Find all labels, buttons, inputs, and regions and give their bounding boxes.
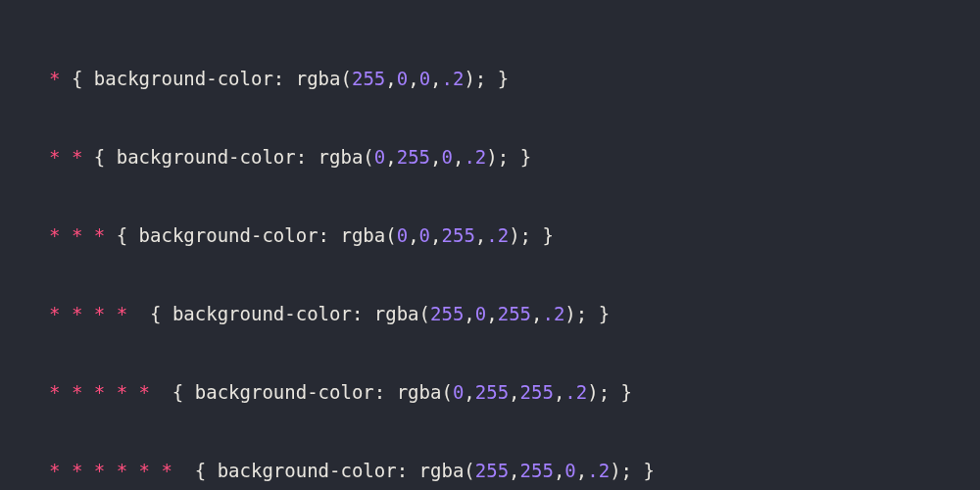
- num-b: 255: [498, 303, 531, 324]
- pad: [105, 224, 116, 246]
- comma: ,: [486, 303, 497, 324]
- comma: ,: [554, 460, 564, 481]
- property: background-color:: [195, 381, 385, 403]
- num-g: 0: [419, 224, 430, 246]
- pad: [150, 381, 172, 403]
- brace-close: }: [621, 381, 632, 403]
- num-r: 255: [352, 68, 385, 89]
- comma: ,: [408, 68, 418, 89]
- css-code-block: * { background-color: rgba(255,0,0,.2); …: [0, 0, 980, 490]
- num-r: 255: [475, 460, 509, 481]
- property: background-color:: [117, 146, 307, 168]
- comma: ,: [430, 224, 441, 246]
- func-close: );: [587, 381, 610, 403]
- num-r: 255: [430, 303, 464, 324]
- code-line: * { background-color: rgba(255,0,0,.2); …: [49, 59, 931, 98]
- comma: ,: [464, 381, 474, 403]
- func-open: rgba(: [296, 68, 352, 89]
- num-b: 255: [520, 381, 554, 403]
- property: background-color:: [218, 460, 408, 481]
- func-close: );: [509, 224, 531, 246]
- func-open: rgba(: [340, 224, 396, 246]
- num-b: 0: [419, 68, 430, 89]
- num-g: 0: [475, 303, 486, 324]
- num-a: .2: [442, 68, 465, 89]
- selector: * * * * *: [49, 381, 150, 403]
- brace-open: {: [117, 224, 127, 246]
- comma: ,: [430, 68, 441, 89]
- num-g: 0: [397, 68, 408, 89]
- num-a: .2: [587, 460, 610, 481]
- pad: [127, 303, 150, 324]
- pad: [60, 68, 71, 89]
- code-line: * * * * { background-color: rgba(255,0,2…: [49, 294, 931, 333]
- code-line: * * * { background-color: rgba(0,0,255,.…: [49, 216, 931, 255]
- code-line: * * * * * * { background-color: rgba(255…: [49, 451, 931, 490]
- func-open: rgba(: [419, 460, 475, 481]
- pad: [172, 460, 195, 481]
- brace-close: }: [498, 68, 509, 89]
- num-b: 0: [442, 146, 453, 168]
- comma: ,: [453, 146, 464, 168]
- comma: ,: [576, 460, 587, 481]
- num-a: .2: [564, 381, 587, 403]
- num-g: 255: [520, 460, 554, 481]
- comma: ,: [509, 460, 519, 481]
- func-close: );: [610, 460, 632, 481]
- comma: ,: [430, 146, 441, 168]
- comma: ,: [531, 303, 542, 324]
- selector: *: [49, 68, 60, 89]
- num-r: 0: [374, 146, 385, 168]
- num-a: .2: [486, 224, 509, 246]
- brace-open: {: [72, 68, 82, 89]
- num-b: 0: [564, 460, 575, 481]
- brace-close: }: [599, 303, 610, 324]
- num-r: 0: [397, 224, 408, 246]
- func-open: rgba(: [318, 146, 374, 168]
- num-g: 255: [397, 146, 430, 168]
- selector: * * * *: [49, 303, 127, 324]
- brace-open: {: [94, 146, 105, 168]
- comma: ,: [475, 224, 486, 246]
- comma: ,: [408, 224, 418, 246]
- brace-open: {: [150, 303, 161, 324]
- comma: ,: [554, 381, 564, 403]
- comma: ,: [464, 303, 474, 324]
- selector: * * * * * *: [49, 460, 172, 481]
- pad: [82, 146, 93, 168]
- num-r: 0: [453, 381, 464, 403]
- func-open: rgba(: [397, 381, 453, 403]
- selector: * * *: [49, 224, 105, 246]
- brace-close: }: [643, 460, 654, 481]
- property: background-color:: [94, 68, 284, 89]
- func-close: );: [464, 68, 486, 89]
- num-b: 255: [442, 224, 475, 246]
- brace-close: }: [520, 146, 531, 168]
- selector: * *: [49, 146, 82, 168]
- comma: ,: [385, 146, 396, 168]
- property: background-color:: [139, 224, 329, 246]
- brace-open: {: [195, 460, 206, 481]
- code-line: * * * * * { background-color: rgba(0,255…: [49, 372, 931, 412]
- num-a: .2: [464, 146, 486, 168]
- func-close: );: [486, 146, 509, 168]
- code-line: * * { background-color: rgba(0,255,0,.2)…: [49, 137, 931, 176]
- func-close: );: [564, 303, 587, 324]
- brace-open: {: [172, 381, 183, 403]
- num-a: .2: [542, 303, 564, 324]
- comma: ,: [509, 381, 519, 403]
- property: background-color:: [172, 303, 363, 324]
- comma: ,: [385, 68, 396, 89]
- brace-close: }: [543, 224, 554, 246]
- num-g: 255: [475, 381, 509, 403]
- func-open: rgba(: [374, 303, 430, 324]
